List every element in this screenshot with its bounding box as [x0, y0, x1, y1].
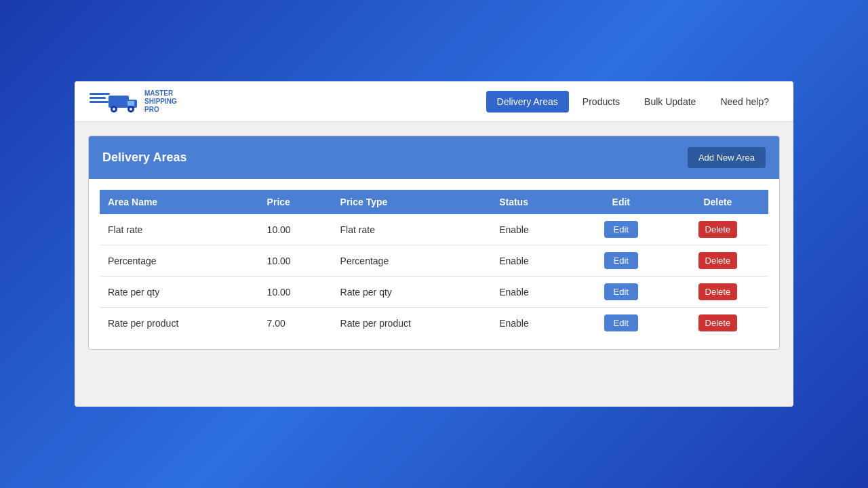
cell-price-type: Rate per product — [332, 308, 492, 339]
nav-delivery-areas[interactable]: Delivery Areas — [486, 91, 569, 113]
cell-delete: Delete — [667, 277, 768, 308]
svg-rect-0 — [90, 93, 110, 95]
table-row: Percentage10.00PercentageEnableEditDelet… — [100, 245, 768, 277]
cell-status: Enable — [491, 277, 575, 308]
delete-button-2[interactable]: Delete — [698, 283, 738, 300]
delivery-areas-table: Area Name Price Price Type Status Edit D… — [100, 190, 768, 338]
edit-button-3[interactable]: Edit — [604, 314, 638, 331]
cell-edit: Edit — [575, 214, 667, 245]
cell-area-name: Flat rate — [100, 214, 259, 245]
content: Delivery Areas Add New Area Area Name Pr… — [75, 122, 793, 363]
table-row: Rate per product7.00Rate per productEnab… — [100, 308, 768, 339]
svg-rect-3 — [108, 96, 129, 108]
cell-price-type: Flat rate — [332, 214, 492, 245]
logo-text: MASTER SHIPPING PRO — [144, 89, 177, 114]
table-header-row: Area Name Price Price Type Status Edit D… — [100, 190, 768, 214]
cell-status: Enable — [491, 245, 575, 277]
panel-header: Delivery Areas Add New Area — [89, 136, 779, 179]
nav-links: Delivery Areas Products Bulk Update Need… — [486, 91, 780, 113]
cell-status: Enable — [491, 308, 575, 339]
panel: Delivery Areas Add New Area Area Name Pr… — [88, 136, 780, 350]
svg-point-7 — [113, 108, 115, 110]
col-area-name: Area Name — [100, 190, 259, 214]
col-edit: Edit — [575, 190, 667, 214]
cell-area-name: Rate per product — [100, 308, 259, 339]
table-body: Flat rate10.00Flat rateEnableEditDeleteP… — [100, 214, 768, 338]
navbar: MASTER SHIPPING PRO Delivery Areas Produ… — [75, 81, 793, 122]
cell-edit: Edit — [575, 308, 667, 339]
table-row: Flat rate10.00Flat rateEnableEditDelete — [100, 214, 768, 245]
table-row: Rate per qty10.00Rate per qtyEnableEditD… — [100, 277, 768, 308]
nav-need-help[interactable]: Need help? — [709, 91, 780, 113]
logo-area: MASTER SHIPPING PRO — [88, 87, 177, 116]
cell-edit: Edit — [575, 245, 667, 277]
delete-button-0[interactable]: Delete — [698, 221, 738, 238]
delete-button-3[interactable]: Delete — [698, 314, 738, 331]
cell-price-type: Percentage — [332, 245, 492, 277]
cell-price: 10.00 — [259, 277, 332, 308]
cell-area-name: Rate per qty — [100, 277, 259, 308]
cell-status: Enable — [491, 214, 575, 245]
cell-delete: Delete — [667, 308, 768, 339]
edit-button-1[interactable]: Edit — [604, 252, 638, 269]
cell-area-name: Percentage — [100, 245, 259, 277]
col-price-type: Price Type — [332, 190, 492, 214]
svg-rect-2 — [90, 101, 108, 103]
svg-rect-5 — [127, 101, 134, 106]
cell-delete: Delete — [667, 214, 768, 245]
cell-price: 7.00 — [259, 308, 332, 339]
panel-body: Area Name Price Price Type Status Edit D… — [89, 179, 779, 349]
svg-rect-1 — [90, 97, 106, 99]
cell-edit: Edit — [575, 277, 667, 308]
delete-button-1[interactable]: Delete — [698, 252, 738, 269]
add-new-area-button[interactable]: Add New Area — [688, 147, 766, 168]
cell-price: 10.00 — [259, 245, 332, 277]
col-price: Price — [259, 190, 332, 214]
edit-button-2[interactable]: Edit — [604, 283, 638, 300]
panel-title: Delivery Areas — [102, 150, 186, 165]
svg-point-9 — [130, 108, 132, 110]
logo-icon — [88, 87, 139, 116]
col-status: Status — [491, 190, 575, 214]
cell-price: 10.00 — [259, 214, 332, 245]
edit-button-0[interactable]: Edit — [604, 221, 638, 238]
nav-products[interactable]: Products — [572, 91, 631, 113]
col-delete: Delete — [667, 190, 768, 214]
nav-bulk-update[interactable]: Bulk Update — [633, 91, 707, 113]
app-container: MASTER SHIPPING PRO Delivery Areas Produ… — [75, 81, 793, 407]
cell-delete: Delete — [667, 245, 768, 277]
cell-price-type: Rate per qty — [332, 277, 492, 308]
